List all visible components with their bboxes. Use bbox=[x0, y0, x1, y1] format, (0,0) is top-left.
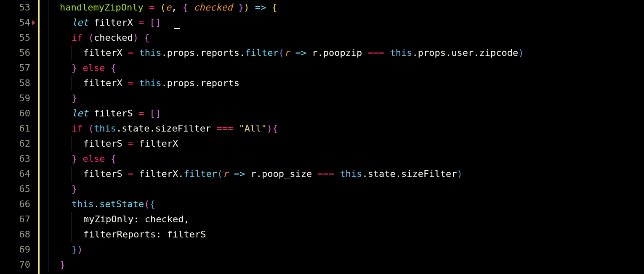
code-token bbox=[144, 108, 149, 119]
indent-guide bbox=[48, 121, 60, 136]
indent-guide bbox=[60, 15, 72, 30]
line-number[interactable]: 70 bbox=[0, 257, 35, 272]
line-number[interactable]: 57 bbox=[0, 61, 35, 76]
code-line[interactable]: myZipOnly: checked, bbox=[48, 212, 644, 227]
indent-guide bbox=[48, 197, 60, 212]
indent-guide bbox=[48, 91, 60, 106]
code-line[interactable]: } else { bbox=[48, 61, 644, 76]
code-line[interactable]: } bbox=[48, 182, 644, 197]
code-token: : bbox=[133, 214, 139, 224]
code-token: r bbox=[284, 47, 290, 58]
code-line[interactable]: } else { bbox=[48, 151, 644, 166]
code-token: ( bbox=[217, 169, 223, 179]
code-token: = bbox=[138, 17, 144, 28]
indent-guide bbox=[60, 182, 72, 197]
code-token: . bbox=[161, 47, 167, 58]
code-token: = bbox=[128, 169, 133, 179]
line-number[interactable]: 64 bbox=[0, 166, 35, 182]
code-token: myZipOnly bbox=[83, 214, 133, 224]
indent-guide bbox=[60, 197, 72, 212]
line-number[interactable]: 61 bbox=[0, 121, 35, 136]
code-token: } bbox=[72, 153, 77, 164]
code-line[interactable]: filterReports: filterS bbox=[48, 227, 644, 242]
line-number[interactable]: 67 bbox=[0, 212, 35, 227]
line-number[interactable]: 56 bbox=[0, 45, 35, 61]
code-line[interactable]: filterX = this.props.reports bbox=[48, 76, 644, 91]
code-line[interactable]: filterS = filterX.filter(r => r.poop_siz… bbox=[48, 166, 644, 182]
line-number[interactable]: 59 bbox=[0, 91, 35, 106]
code-token: ) bbox=[77, 244, 82, 255]
code-token bbox=[105, 63, 110, 73]
code-token bbox=[290, 47, 295, 58]
line-number-gutter[interactable]: 535455565758596061626364656667686970 bbox=[0, 0, 38, 274]
indent-guide bbox=[60, 212, 72, 227]
code-token: ] bbox=[155, 17, 161, 28]
indent-guide bbox=[72, 76, 83, 91]
code-line[interactable]: this.setState({ bbox=[48, 197, 644, 212]
code-token: checked bbox=[94, 32, 133, 43]
line-number[interactable]: 60 bbox=[0, 106, 35, 121]
indent-guide bbox=[60, 30, 72, 45]
code-token: ( bbox=[88, 123, 94, 134]
fold-margin bbox=[40, 0, 48, 274]
code-token: [ bbox=[149, 108, 155, 119]
code-line[interactable]: if (this.state.sizeFilter === "All"){ bbox=[48, 121, 644, 136]
code-token: if bbox=[72, 123, 83, 134]
code-token: ( bbox=[88, 32, 94, 43]
code-token bbox=[211, 123, 216, 134]
code-token: let bbox=[72, 108, 88, 119]
breakpoint-marker-icon[interactable] bbox=[32, 20, 35, 25]
code-area[interactable]: handlemyZipOnly = (e, { checked }) => {l… bbox=[48, 0, 644, 274]
code-line[interactable]: } bbox=[48, 91, 644, 106]
indent-guide bbox=[72, 166, 83, 182]
line-number[interactable]: 54 bbox=[0, 15, 35, 30]
indent-guide bbox=[48, 242, 60, 257]
indent-guide bbox=[48, 227, 60, 242]
indent-guide bbox=[60, 227, 72, 242]
indent-guide bbox=[72, 227, 83, 242]
code-line[interactable]: filterX = this.props.reports.filter(r =>… bbox=[48, 45, 644, 61]
code-line[interactable]: if (checked) { bbox=[48, 30, 644, 45]
code-token: => bbox=[255, 2, 266, 13]
code-token: } bbox=[72, 184, 77, 194]
code-token: ] bbox=[155, 108, 161, 119]
code-token bbox=[154, 2, 160, 13]
code-line[interactable]: let filterS = [] bbox=[48, 106, 644, 121]
indent-guide bbox=[48, 212, 60, 227]
line-number[interactable]: 62 bbox=[0, 136, 35, 151]
code-editor[interactable]: 535455565758596061626364656667686970 han… bbox=[0, 0, 644, 274]
code-token: let bbox=[72, 17, 88, 28]
code-token: filterS bbox=[83, 169, 128, 179]
code-token: { bbox=[272, 123, 278, 134]
indent-guide bbox=[48, 76, 60, 91]
code-token: ( bbox=[144, 199, 149, 209]
line-number[interactable]: 58 bbox=[0, 76, 35, 91]
code-line[interactable]: filterS = filterX bbox=[48, 136, 644, 151]
code-line[interactable]: handlemyZipOnly = (e, { checked }) => { bbox=[48, 0, 644, 15]
code-token bbox=[266, 2, 271, 13]
code-line[interactable]: } bbox=[48, 257, 644, 272]
code-token bbox=[384, 47, 390, 58]
line-number[interactable]: 69 bbox=[0, 242, 35, 257]
line-number[interactable]: 65 bbox=[0, 182, 35, 197]
line-number[interactable]: 53 bbox=[0, 0, 35, 15]
code-token: => bbox=[234, 169, 245, 179]
code-token: , bbox=[184, 214, 189, 224]
line-number[interactable]: 63 bbox=[0, 151, 35, 166]
code-token: } bbox=[72, 93, 77, 103]
code-token bbox=[144, 17, 149, 28]
code-token: if bbox=[72, 32, 83, 43]
code-line[interactable]: }) bbox=[48, 242, 644, 257]
code-token bbox=[83, 32, 88, 43]
line-number[interactable]: 68 bbox=[0, 227, 35, 242]
code-token bbox=[83, 123, 88, 134]
code-line[interactable]: let filterX = [] bbox=[48, 15, 644, 30]
line-number[interactable]: 55 bbox=[0, 30, 35, 45]
code-token: . bbox=[256, 169, 262, 179]
code-token: === bbox=[368, 47, 385, 58]
code-token: = bbox=[138, 108, 144, 119]
code-token: = bbox=[128, 47, 133, 58]
code-token: . bbox=[195, 78, 200, 88]
code-token: checked bbox=[139, 214, 184, 224]
line-number[interactable]: 66 bbox=[0, 197, 35, 212]
